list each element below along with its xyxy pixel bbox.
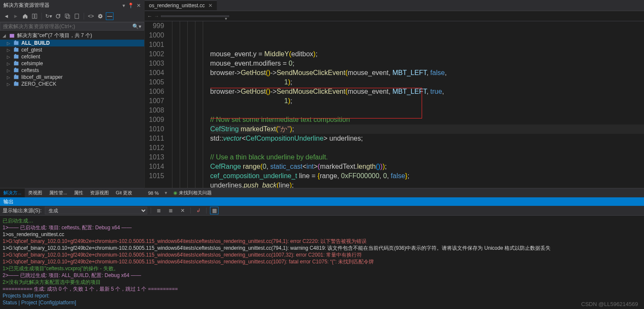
svg-rect-10 <box>15 47 17 49</box>
project-label: libcef_dll_wrapper <box>21 74 63 80</box>
autoscroll-icon[interactable]: ▦ <box>210 207 219 214</box>
solution-icon <box>9 33 15 39</box>
solution-explorer-title-bar: 解决方案资源管理器 ▾ 📍 ✕ <box>0 0 144 11</box>
project-icon <box>13 74 20 80</box>
svg-rect-3 <box>66 15 70 18</box>
expand-icon[interactable]: ▷ <box>6 75 11 80</box>
code-body[interactable]: mouse_event.y = MiddleY(editbox);mouse_e… <box>210 21 644 188</box>
solution-explorer-title: 解决方案资源管理器 <box>3 2 50 9</box>
svg-rect-8 <box>15 40 17 42</box>
svg-rect-11 <box>14 55 19 59</box>
forward-icon[interactable]: ► <box>12 12 20 20</box>
editor-tab-bar: os_rendering_unittest.cc ✕ <box>145 0 644 11</box>
project-item[interactable]: ▷libcef_dll_wrapper <box>0 74 144 81</box>
sidebar-bottom-tab[interactable]: 类视图 <box>25 188 46 197</box>
svg-rect-17 <box>14 75 19 79</box>
project-item[interactable]: ▷cef_gtest <box>0 46 144 53</box>
sidebar-bottom-tab[interactable]: 资源视图 <box>87 188 112 197</box>
svg-rect-19 <box>14 82 19 86</box>
project-label: cef_gtest <box>21 47 42 53</box>
nav-fwd-icon[interactable]: → <box>154 13 159 19</box>
output-body[interactable]: 已启动生成…1>—— 已启动生成: 项目: ceftests, 配置: Debu… <box>0 216 644 309</box>
svg-rect-13 <box>14 62 19 66</box>
solution-explorer-toolbar: ◄ ► ↻▾ <> — <box>0 11 144 22</box>
nav-back-icon[interactable]: ← <box>147 13 152 19</box>
svg-rect-6 <box>10 34 15 38</box>
output-source-select[interactable]: 生成 <box>45 207 147 214</box>
project-icon <box>13 61 20 66</box>
expand-icon[interactable]: ▷ <box>6 68 11 73</box>
project-icon <box>13 54 20 60</box>
solution-root[interactable]: ◢ 解决方案"cef"(7 个项目，共 7 个) <box>0 32 144 40</box>
refresh-icon[interactable] <box>54 12 62 20</box>
watermark: CSDN @LL596214569 <box>581 301 638 307</box>
sidebar-bottom-tabs: 解决方...类视图属性管...属性资源视图Git 更改 <box>0 188 144 197</box>
expand-icon[interactable]: ▷ <box>6 48 11 52</box>
solution-label: 解决方案"cef"(7 个项目，共 7 个) <box>17 32 92 39</box>
svg-rect-20 <box>15 81 17 83</box>
expand-icon[interactable]: ▷ <box>6 55 11 59</box>
sidebar-bottom-tab[interactable]: Git 更改 <box>112 188 136 197</box>
svg-point-5 <box>99 15 101 17</box>
collapse-all-icon[interactable] <box>64 12 71 20</box>
back-icon[interactable]: ◄ <box>3 12 10 20</box>
check-icon: ◉ <box>173 190 178 195</box>
code-editor[interactable]: 9991000100110021003100410051006100710081… <box>145 21 644 188</box>
close-tab-icon[interactable]: ✕ <box>208 3 213 9</box>
goto-prev-icon[interactable]: ≣ <box>154 207 163 214</box>
project-item[interactable]: ▷cefsimple <box>0 60 144 67</box>
svg-rect-1 <box>35 14 37 19</box>
properties-icon[interactable] <box>96 12 104 20</box>
home-icon[interactable] <box>21 12 29 20</box>
switch-view-icon[interactable] <box>31 12 38 20</box>
expand-icon[interactable]: ▷ <box>6 61 11 66</box>
svg-rect-0 <box>32 14 34 19</box>
expand-icon[interactable]: ◢ <box>2 33 7 38</box>
tab-label: os_rendering_unittest.cc <box>149 3 205 9</box>
project-label: cefsimple <box>21 61 43 66</box>
svg-rect-9 <box>14 48 19 52</box>
svg-rect-2 <box>65 14 69 17</box>
sidebar-bottom-tab[interactable]: 属性 <box>70 188 87 197</box>
project-label: cefclient <box>21 54 40 60</box>
dropdown-icon[interactable]: ▾ <box>122 3 125 9</box>
solution-explorer: 解决方案资源管理器 ▾ 📍 ✕ ◄ ► ↻▾ <> — 🔍▾ <box>0 0 145 197</box>
svg-rect-18 <box>15 75 17 76</box>
close-icon[interactable]: ✕ <box>137 3 141 9</box>
word-wrap-icon[interactable]: ↲ <box>194 207 203 214</box>
expand-icon[interactable]: ▷ <box>6 82 11 87</box>
search-icon[interactable]: 🔍▾ <box>132 23 141 29</box>
issues-indicator[interactable]: ◉ 未找到相关问题 <box>173 190 212 196</box>
project-item[interactable]: ▷cefclient <box>0 53 144 60</box>
project-item[interactable]: ▷ALL_BUILD <box>0 40 144 46</box>
solution-search-input[interactable] <box>3 23 132 29</box>
sidebar-bottom-tab[interactable]: 属性管... <box>46 188 70 197</box>
pin-icon[interactable]: 📍 <box>128 3 134 9</box>
project-icon <box>13 67 20 73</box>
line-gutter: 9991000100110021003100410051006100710081… <box>145 21 172 188</box>
zoom-dropdown-icon[interactable]: ▾ <box>165 190 167 196</box>
output-title: 输出 <box>0 197 644 206</box>
editor-area: os_rendering_unittest.cc ✕ ← → 999100010… <box>145 0 644 197</box>
svg-rect-12 <box>15 54 17 55</box>
project-item[interactable]: ▷ZERO_CHECK <box>0 81 144 87</box>
editor-tab[interactable]: os_rendering_unittest.cc ✕ <box>145 0 217 10</box>
sidebar-bottom-tab[interactable]: 解决方... <box>0 188 25 197</box>
expand-icon[interactable]: ▷ <box>6 41 11 46</box>
svg-rect-7 <box>14 41 19 45</box>
editor-breadcrumb: ← → <box>145 11 644 21</box>
code-icon[interactable]: <> <box>87 12 95 20</box>
project-label: ceftests <box>21 67 39 73</box>
sync-icon[interactable]: ↻▾ <box>45 12 52 20</box>
clear-icon[interactable]: ✕ <box>178 207 187 214</box>
output-toolbar: 显示输出来源(S): 生成 ≣ ≣ ✕ ↲ ▦ <box>0 206 644 216</box>
zoom-level[interactable]: 98 % <box>148 191 159 196</box>
scope-selector[interactable] <box>161 15 229 17</box>
solution-search[interactable]: 🔍▾ <box>0 22 144 31</box>
project-icon <box>13 81 20 87</box>
project-item[interactable]: ▷ceftests <box>0 67 144 74</box>
goto-next-icon[interactable]: ≣ <box>166 207 175 214</box>
preview-toggle-icon[interactable]: — <box>106 12 114 20</box>
show-all-files-icon[interactable] <box>73 12 81 20</box>
project-label: ZERO_CHECK <box>21 81 56 87</box>
